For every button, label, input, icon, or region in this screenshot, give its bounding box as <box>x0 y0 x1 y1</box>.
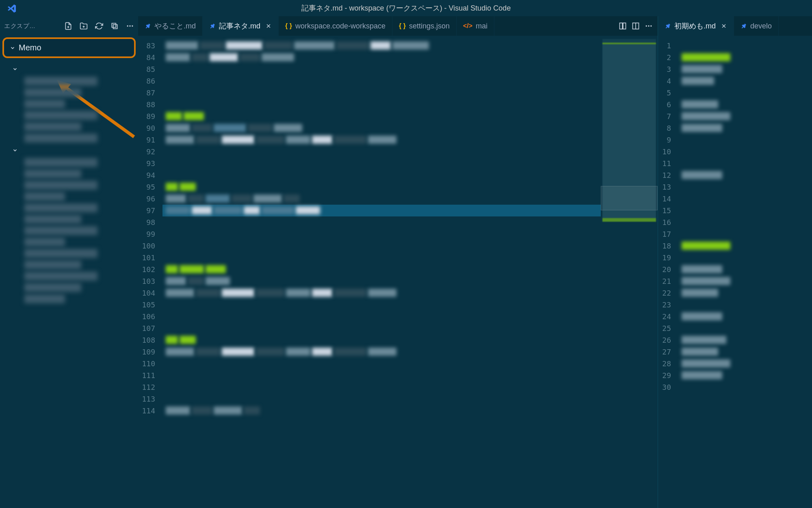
code-line[interactable] <box>162 228 601 240</box>
code-line[interactable] <box>162 181 601 193</box>
code-line[interactable] <box>678 52 812 63</box>
code-area-right[interactable] <box>678 36 812 508</box>
tree-item[interactable] <box>24 192 65 201</box>
code-line[interactable] <box>162 75 601 87</box>
code-line[interactable] <box>678 216 812 228</box>
code-line[interactable] <box>162 193 601 205</box>
tree-item[interactable] <box>24 260 81 269</box>
code-area-left[interactable] <box>162 36 601 508</box>
collapse-all-icon[interactable] <box>110 22 119 30</box>
tab-kijineta[interactable]: 記事ネタ.md <box>203 16 279 36</box>
code-line[interactable] <box>162 63 601 75</box>
code-line[interactable] <box>678 264 812 275</box>
code-line[interactable] <box>678 63 812 75</box>
tree-item[interactable] <box>24 88 81 97</box>
more-icon[interactable] <box>126 22 134 30</box>
tab-mai[interactable]: </> mai <box>457 16 494 36</box>
code-line[interactable] <box>162 87 601 99</box>
tree-item[interactable] <box>24 283 81 292</box>
code-line[interactable] <box>162 299 601 311</box>
new-file-icon[interactable] <box>64 22 72 30</box>
tree-item[interactable] <box>24 181 97 190</box>
code-line[interactable] <box>678 311 812 322</box>
code-line[interactable] <box>678 370 812 381</box>
tree-item[interactable] <box>24 203 97 212</box>
code-line[interactable] <box>678 193 812 205</box>
code-line[interactable] <box>162 381 601 393</box>
code-line[interactable] <box>678 205 812 216</box>
tree-item[interactable] <box>24 134 97 143</box>
code-line[interactable] <box>162 275 601 287</box>
code-line[interactable] <box>162 370 601 381</box>
code-line[interactable] <box>678 240 812 252</box>
code-line[interactable] <box>678 75 812 87</box>
code-line[interactable] <box>162 134 601 146</box>
editor-body-left[interactable]: 8384858687888990919293949596979899100101… <box>138 36 658 508</box>
code-line[interactable] <box>162 334 601 346</box>
code-line[interactable] <box>678 346 812 358</box>
code-line[interactable] <box>162 216 601 228</box>
code-line[interactable] <box>678 358 812 370</box>
tree-item[interactable] <box>24 158 97 167</box>
code-line[interactable] <box>678 299 812 311</box>
code-line[interactable] <box>678 287 812 299</box>
tab-shokimemo[interactable]: 初期めも.md <box>658 16 734 36</box>
code-line[interactable] <box>162 252 601 264</box>
more-icon[interactable] <box>645 22 653 30</box>
close-icon[interactable] <box>721 23 727 29</box>
code-line[interactable] <box>678 158 812 169</box>
tree-item[interactable] <box>24 226 97 235</box>
editor-body-right[interactable]: 1234567891011121314151617181920212223242… <box>658 36 812 508</box>
code-line[interactable] <box>678 87 812 99</box>
tab-develo[interactable]: develo <box>734 16 779 36</box>
code-line[interactable] <box>162 99 601 110</box>
code-line[interactable] <box>162 146 601 158</box>
tab-yarukoto[interactable]: やること.md <box>138 16 203 36</box>
code-line[interactable] <box>678 40 812 52</box>
code-line[interactable] <box>162 264 601 275</box>
code-line[interactable] <box>678 228 812 240</box>
code-line[interactable] <box>162 110 601 122</box>
code-line[interactable] <box>162 287 601 299</box>
tree-item[interactable] <box>24 215 81 224</box>
code-line[interactable] <box>678 99 812 110</box>
code-line[interactable] <box>162 40 601 52</box>
tree-item[interactable] <box>24 77 97 86</box>
tree-item[interactable] <box>24 249 97 258</box>
tree-item[interactable] <box>24 238 65 246</box>
code-line[interactable] <box>162 405 601 417</box>
code-line[interactable] <box>678 122 812 134</box>
tab-workspace[interactable]: { } workspace.code-workspace <box>279 16 392 36</box>
code-line[interactable] <box>162 346 601 358</box>
code-line[interactable] <box>162 322 601 334</box>
tree-item[interactable] <box>24 169 81 178</box>
tree-item[interactable] <box>24 122 81 131</box>
code-line[interactable] <box>678 275 812 287</box>
tree-folder[interactable] <box>8 145 138 156</box>
tab-settings[interactable]: { } settings.json <box>392 16 457 36</box>
new-folder-icon[interactable] <box>80 22 88 30</box>
code-line[interactable] <box>678 146 812 158</box>
tree-item[interactable] <box>24 99 65 108</box>
code-line[interactable] <box>162 122 601 134</box>
minimap[interactable] <box>601 36 658 508</box>
code-line[interactable] <box>678 381 812 393</box>
code-line[interactable] <box>162 52 601 63</box>
tree-item[interactable] <box>24 272 97 281</box>
code-line[interactable] <box>678 322 812 334</box>
refresh-icon[interactable] <box>95 22 103 30</box>
code-line[interactable] <box>162 240 601 252</box>
code-line[interactable] <box>678 252 812 264</box>
code-line[interactable] <box>678 110 812 122</box>
preview-icon[interactable] <box>619 22 627 30</box>
memo-section-highlight[interactable]: Memo <box>2 37 136 58</box>
tree-item[interactable] <box>24 294 65 303</box>
code-line[interactable] <box>678 134 812 146</box>
tree-item[interactable] <box>24 111 97 120</box>
code-line[interactable] <box>678 334 812 346</box>
minimap-viewport[interactable] <box>601 186 658 210</box>
close-icon[interactable] <box>265 23 272 29</box>
code-line[interactable] <box>162 205 601 216</box>
code-line[interactable] <box>678 181 812 193</box>
code-line[interactable] <box>162 311 601 322</box>
